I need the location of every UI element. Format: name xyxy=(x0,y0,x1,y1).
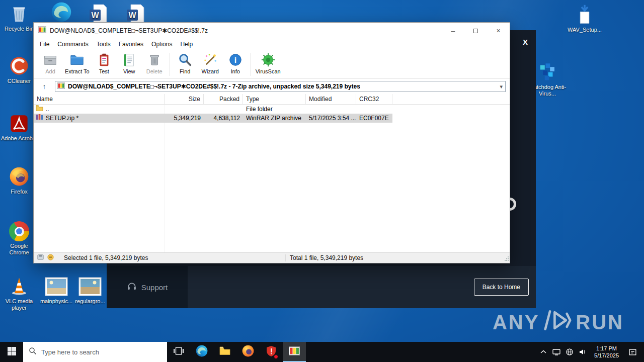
tray-volume-icon[interactable] xyxy=(576,342,589,362)
menu-tools[interactable]: Tools xyxy=(93,40,115,49)
desktop-icon-ccleaner[interactable]: CCleaner xyxy=(0,54,38,84)
start-button[interactable] xyxy=(0,342,23,362)
taskbar-file-explorer-button[interactable] xyxy=(213,342,236,362)
word-doc-icon: W xyxy=(126,2,146,24)
menu-options[interactable]: Options xyxy=(147,40,176,49)
column-header-size[interactable]: Size xyxy=(165,94,204,104)
table-row-parent-folder[interactable]: .. File folder xyxy=(34,105,392,114)
sevenzip-titlebar[interactable]: DOW@NLOAD$_COMPLETE□¬SET3UP✱CO2DE#$$!.7z… xyxy=(34,23,510,39)
taskbar-edge-button[interactable] xyxy=(190,342,213,362)
up-one-level-button[interactable]: ↑ xyxy=(36,81,53,92)
toolbar-wizard-button[interactable]: Wizard xyxy=(198,51,223,74)
toolbar-button-label: Find xyxy=(180,68,190,74)
table-row-setup-zip[interactable]: SETUP.zip * 5,349,219 4,638,112 WinRAR Z… xyxy=(34,114,392,123)
wav-setup-icon xyxy=(574,3,595,25)
toolbar-test-button[interactable]: Test xyxy=(92,51,117,74)
file-modified: 5/17/2025 3:54 ... xyxy=(306,114,356,123)
toolbar-button-label: Extract To xyxy=(65,68,90,74)
clock-date: 5/17/2025 xyxy=(594,352,619,359)
desktop-icon-label: WAV_Setup... xyxy=(568,27,602,33)
toolbar-view-button[interactable]: View xyxy=(117,51,142,74)
file-modified xyxy=(306,105,356,114)
desktop-icon-firefox[interactable]: Firefox xyxy=(0,165,38,195)
file-type: WinRAR ZIP archive xyxy=(243,114,306,123)
desktop-icon-word-doc-1[interactable]: W xyxy=(79,2,118,24)
desktop-icon-mainphysic[interactable]: mainphysic... xyxy=(37,275,75,305)
toolbar-button-label: Add xyxy=(45,68,55,74)
zip-archive-icon xyxy=(36,114,43,123)
search-input[interactable] xyxy=(41,348,162,356)
resize-grip[interactable] xyxy=(504,255,509,262)
file-crc32 xyxy=(356,105,392,114)
installer-close-button[interactable]: X xyxy=(523,38,528,46)
column-header-type[interactable]: Type xyxy=(243,94,306,104)
back-to-home-button[interactable]: Back to Home xyxy=(474,279,529,296)
sevenzip-app-icon xyxy=(38,26,46,36)
desktop-icon-word-doc-2[interactable]: W xyxy=(117,2,155,24)
anyrun-logo-icon xyxy=(543,309,572,336)
desktop-icon-wav-setup[interactable]: WAV_Setup... xyxy=(566,3,604,33)
desktop-icon-edge[interactable] xyxy=(42,1,80,23)
status-indicator-icon xyxy=(47,253,54,262)
virusscan-icon xyxy=(260,52,276,68)
address-bar: ↑ DOW@NLOAD$_COMPLETE□¬SET3UP✱CO2DE#$$!.… xyxy=(34,79,510,94)
status-bar: Selected 1 file, 5,349,219 bytes Total 1… xyxy=(34,252,510,263)
desktop-icon-label: Adobe Acrobat xyxy=(1,135,37,142)
desktop-icon-label: VLC media player xyxy=(0,298,38,311)
toolbar-button-label: Test xyxy=(99,68,109,74)
desktop-icon-google-chrome[interactable]: Google Chrome xyxy=(0,219,38,256)
tray-monitor-icon[interactable] xyxy=(550,342,563,362)
toolbar-add-button: Add xyxy=(38,51,63,74)
column-header-crc32[interactable]: CRC32 xyxy=(356,94,392,104)
maximize-button[interactable] xyxy=(464,23,487,39)
tray-network-icon[interactable] xyxy=(563,342,576,362)
toolbar-separator xyxy=(170,53,170,76)
minimize-button[interactable]: – xyxy=(442,23,464,39)
taskbar-antivirus-button[interactable] xyxy=(260,342,283,362)
status-selected-text: Selected 1 file, 5,349,219 bytes xyxy=(64,254,148,261)
desktop-icon-adobe-acrobat[interactable]: Adobe Acrobat xyxy=(0,112,38,142)
action-center-icon[interactable] xyxy=(624,342,641,362)
toolbar-button-label: VirusScan xyxy=(256,68,281,74)
menu-file[interactable]: File xyxy=(36,40,53,49)
taskbar-search-box[interactable] xyxy=(23,342,167,362)
toolbar-info-button[interactable]: i Info xyxy=(223,51,248,74)
address-combo-box[interactable]: DOW@NLOAD$_COMPLETE□¬SET3UP✱CO2DE#$$!.7z… xyxy=(55,81,506,92)
view-book-icon xyxy=(121,52,137,68)
desktop-icon-label: Firefox xyxy=(11,189,28,195)
menubar: File Commands Tools Favorites Options He… xyxy=(34,39,510,49)
toolbar-virusscan-button[interactable]: VirusScan xyxy=(254,51,283,74)
tray-chevron-up-icon[interactable] xyxy=(537,342,550,362)
menu-favorites[interactable]: Favorites xyxy=(115,40,147,49)
toolbar-button-label: Wizard xyxy=(202,68,219,74)
photo-thumbnail-icon xyxy=(78,275,102,297)
archive-file-icon xyxy=(57,82,65,91)
status-total-text: Total 1 file, 5,349,219 bytes xyxy=(285,254,363,261)
task-view-button[interactable] xyxy=(167,342,190,362)
file-explorer-icon xyxy=(218,345,231,359)
installer-support-button[interactable]: Support xyxy=(107,266,188,308)
menu-help[interactable]: Help xyxy=(176,40,197,49)
column-header-filler xyxy=(392,94,510,104)
svg-text:W: W xyxy=(128,11,136,20)
toolbar-extract-button[interactable]: Extract To xyxy=(63,51,92,74)
column-header-name[interactable]: Name xyxy=(34,94,165,104)
test-clipboard-icon xyxy=(96,52,112,68)
desktop-icon-label: regulargro... xyxy=(75,298,105,305)
desktop-icon-regulargro[interactable]: regulargro... xyxy=(73,275,107,305)
desktop-icon-label: mainphysic... xyxy=(40,298,72,305)
chevron-down-icon[interactable]: ▾ xyxy=(500,83,503,90)
column-header-packed[interactable]: Packed xyxy=(204,94,243,104)
toolbar-find-button[interactable]: Find xyxy=(173,51,198,74)
desktop-icon-recycle-bin[interactable]: Recycle Bin xyxy=(0,2,38,32)
column-header-modified[interactable]: Modified xyxy=(306,94,356,104)
file-name: SETUP.zip * xyxy=(46,114,78,123)
desktop-icon-label: Recycle Bin xyxy=(5,26,34,32)
taskbar-clock[interactable]: 1:17 PM 5/17/2025 xyxy=(589,345,624,359)
watermark-any-text: ANY xyxy=(493,311,539,334)
close-button[interactable]: × xyxy=(487,23,510,39)
menu-commands[interactable]: Commands xyxy=(53,40,92,49)
desktop-icon-vlc[interactable]: VLC media player xyxy=(0,275,38,311)
taskbar-firefox-button[interactable] xyxy=(236,342,260,362)
taskbar-sevenzip-button[interactable] xyxy=(283,342,306,362)
